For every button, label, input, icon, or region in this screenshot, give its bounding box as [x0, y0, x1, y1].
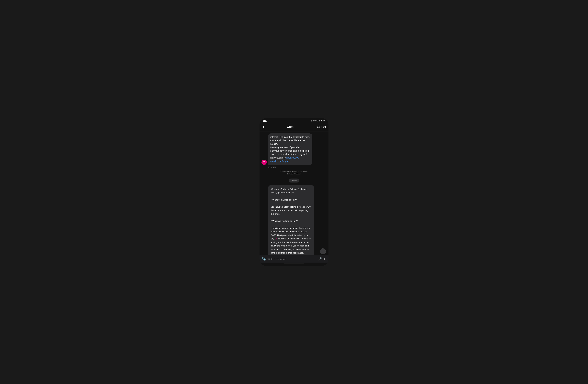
avatar: T: [261, 160, 267, 165]
chat-area[interactable]: T internet . I'm glad that I1/20/25 to h…: [259, 132, 329, 255]
ai-line2: **What you asked about:**: [271, 198, 311, 202]
home-indicator: [259, 263, 329, 266]
network-label: 5G: [315, 120, 318, 122]
send-button[interactable]: ➤: [323, 257, 326, 261]
system-message: Conversation resolved by Camille 1/20/25…: [261, 170, 327, 176]
date-badge: Today: [289, 178, 299, 182]
prev-date-highlight: 1/20/25: [294, 136, 302, 138]
signal-icon: ▲: [319, 120, 321, 122]
system-line1: Conversation resolved by Camille: [280, 170, 308, 172]
prev-text1: internet . I'm glad that I: [270, 136, 294, 138]
prev-text3: Once again this is Camille from T-Mobile…: [270, 139, 305, 145]
ai-line4: **What we've done so far:**: [271, 219, 311, 223]
ai-line5-container: I provided information about the free li…: [271, 226, 311, 255]
prev-text2: to help.: [302, 136, 310, 138]
settings-icon: ⊙: [313, 120, 315, 122]
ai-message-bubble: Welcome Sopheap *Virtual Assistant recap…: [268, 185, 314, 255]
attach-button[interactable]: 📎: [262, 257, 266, 261]
chevron-down-icon: ↓: [322, 250, 324, 253]
status-time: 5:57: [263, 119, 267, 122]
home-bar: [284, 264, 304, 264]
wifi-icon: ⊕: [311, 120, 312, 122]
prev-message-group: T internet . I'm glad that I1/20/25 to h…: [261, 132, 327, 166]
phone-container: 5:57 ⊕ ⊙ 5G ▲ 51% ‹ Chat End Chat T inte…: [259, 118, 329, 266]
ai-line1: Welcome Sopheap *Virtual Assistant recap…: [271, 187, 311, 194]
battery-label: 51%: [321, 120, 325, 122]
prev-message-bubble: internet . I'm glad that I1/20/25 to hel…: [268, 134, 312, 165]
scroll-down-button[interactable]: ↓: [320, 249, 326, 254]
date-separator: Today: [261, 176, 327, 184]
prev-text4: Have a great rest of your day!: [270, 146, 301, 149]
input-area: 📎 🎤 ➤: [259, 255, 329, 263]
ai-message-group: T Welcome Sopheap *Virtual Assistant rec…: [261, 184, 327, 255]
status-bar: 5:57 ⊕ ⊙ 5G ▲ 51%: [259, 118, 329, 123]
prev-message-time: 10:37 AM: [268, 166, 327, 168]
system-line2: 1/20/25 10:38 AM: [287, 173, 301, 175]
voice-button[interactable]: 🎤: [318, 257, 322, 261]
back-button[interactable]: ‹: [262, 124, 265, 130]
status-right: ⊕ ⊙ 5G ▲ 51%: [311, 120, 325, 122]
header-title: Chat: [287, 125, 293, 129]
ai-highlight: 000: [274, 237, 278, 240]
message-input[interactable]: [268, 258, 316, 260]
ai-line6: back via 24 monthly bill credits for add…: [271, 237, 311, 254]
chat-header: ‹ Chat End Chat: [259, 123, 329, 132]
end-chat-button[interactable]: End Chat: [315, 126, 326, 128]
ai-line3: You inquired about getting a free line w…: [271, 205, 311, 216]
